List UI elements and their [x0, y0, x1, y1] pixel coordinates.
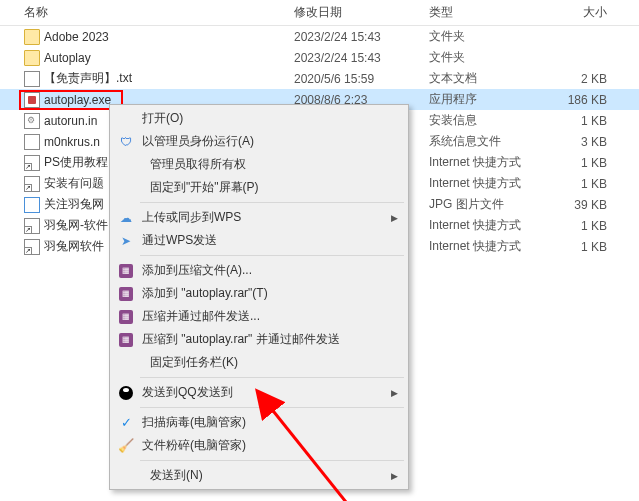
context-menu: 打开(O) 🛡 以管理员身份运行(A) 管理员取得所有权 固定到"开始"屏幕(P… [109, 104, 409, 490]
menu-label: 扫描病毒(电脑管家) [142, 414, 246, 431]
file-size-cell: 186 KB [557, 93, 617, 107]
menu-separator [140, 255, 404, 256]
chevron-right-icon: ▶ [391, 388, 398, 398]
folder-icon [24, 29, 40, 45]
file-type-cell: JPG 图片文件 [429, 196, 557, 213]
menu-send-to[interactable]: 发送到(N) ▶ [112, 464, 406, 487]
menu-send-to-qq[interactable]: 发送到QQ发送到 ▶ [112, 381, 406, 404]
file-type-cell: 文本文档 [429, 70, 557, 87]
menu-label: 固定到"开始"屏幕(P) [150, 179, 259, 196]
shield-check-icon: ✓ [118, 415, 134, 431]
file-size-cell: 39 KB [557, 198, 617, 212]
menu-add-to-archive[interactable]: ▦ 添加到压缩文件(A)... [112, 259, 406, 282]
broom-icon: 🧹 [118, 438, 134, 454]
file-size-cell: 2 KB [557, 72, 617, 86]
menu-add-to-rar[interactable]: ▦ 添加到 "autoplay.rar"(T) [112, 282, 406, 305]
file-type-cell: Internet 快捷方式 [429, 217, 557, 234]
column-name[interactable]: 名称 [24, 4, 294, 21]
menu-label: 添加到 "autoplay.rar"(T) [142, 285, 268, 302]
menu-label: 压缩到 "autoplay.rar" 并通过邮件发送 [142, 331, 340, 348]
column-type[interactable]: 类型 [429, 4, 557, 21]
menu-label: 发送到(N) [150, 467, 203, 484]
cloud-upload-icon: ☁ [118, 210, 134, 226]
file-name-label: 安装有问题 [44, 175, 104, 192]
file-name-cell: Adobe 2023 [24, 29, 294, 45]
file-type-cell: 文件夹 [429, 49, 557, 66]
rar-icon: ▦ [118, 286, 134, 302]
file-date-cell: 2023/2/24 15:43 [294, 30, 429, 44]
menu-pin-taskbar[interactable]: 固定到任务栏(K) [112, 351, 406, 374]
menu-pin-to-start[interactable]: 固定到"开始"屏幕(P) [112, 176, 406, 199]
file-type-cell: Internet 快捷方式 [429, 238, 557, 255]
file-size-cell: 1 KB [557, 156, 617, 170]
link-icon [24, 155, 40, 171]
menu-label: 以管理员身份运行(A) [142, 133, 254, 150]
file-size-cell: 1 KB [557, 177, 617, 191]
file-type-cell: Internet 快捷方式 [429, 154, 557, 171]
menu-scan-virus[interactable]: ✓ 扫描病毒(电脑管家) [112, 411, 406, 434]
txt-icon [24, 71, 40, 87]
file-name-cell: Autoplay [24, 50, 294, 66]
shield-icon: 🛡 [118, 134, 134, 150]
file-type-cell: 安装信息 [429, 112, 557, 129]
file-row[interactable]: Adobe 20232023/2/24 15:43文件夹 [0, 26, 639, 47]
file-name-label: Autoplay [44, 51, 91, 65]
link-icon [24, 239, 40, 255]
file-type-cell: 系统信息文件 [429, 133, 557, 150]
file-name-label: Adobe 2023 [44, 30, 109, 44]
file-size-cell: 3 KB [557, 135, 617, 149]
link-icon [24, 218, 40, 234]
file-type-cell: Internet 快捷方式 [429, 175, 557, 192]
column-date[interactable]: 修改日期 [294, 4, 429, 21]
menu-separator [140, 202, 404, 203]
menu-label: 打开(O) [142, 110, 183, 127]
link-icon [24, 176, 40, 192]
menu-label: 固定到任务栏(K) [150, 354, 238, 371]
menu-compress-email[interactable]: ▦ 压缩并通过邮件发送... [112, 305, 406, 328]
menu-label: 通过WPS发送 [142, 232, 217, 249]
file-name-label: autoplay.exe [44, 93, 111, 107]
file-row[interactable]: Autoplay2023/2/24 15:43文件夹 [0, 47, 639, 68]
file-size-cell: 1 KB [557, 114, 617, 128]
sys-icon [24, 134, 40, 150]
file-date-cell: 2023/2/24 15:43 [294, 51, 429, 65]
menu-label: 文件粉碎(电脑管家) [142, 437, 246, 454]
menu-separator [140, 407, 404, 408]
file-name-label: 羽兔网软件 [44, 238, 104, 255]
menu-label: 管理员取得所有权 [150, 156, 246, 173]
file-size-cell: 1 KB [557, 219, 617, 233]
menu-upload-wps[interactable]: ☁ 上传或同步到WPS ▶ [112, 206, 406, 229]
menu-compress-rar-email[interactable]: ▦ 压缩到 "autoplay.rar" 并通过邮件发送 [112, 328, 406, 351]
menu-admin-ownership[interactable]: 管理员取得所有权 [112, 153, 406, 176]
menu-separator [140, 460, 404, 461]
file-type-cell: 应用程序 [429, 91, 557, 108]
menu-label: 压缩并通过邮件发送... [142, 308, 260, 325]
rar-icon: ▦ [118, 263, 134, 279]
file-name-label: 关注羽兔网 [44, 196, 104, 213]
menu-shred-file[interactable]: 🧹 文件粉碎(电脑管家) [112, 434, 406, 457]
column-size[interactable]: 大小 [557, 4, 617, 21]
file-name-label: autorun.in [44, 114, 97, 128]
column-header-row: 名称 修改日期 类型 大小 [0, 0, 639, 26]
folder-icon [24, 50, 40, 66]
menu-send-via-wps[interactable]: ➤ 通过WPS发送 [112, 229, 406, 252]
rar-icon: ▦ [118, 309, 134, 325]
exe-icon [24, 92, 40, 108]
file-name-cell: 【免责声明】.txt [24, 70, 294, 87]
file-size-cell: 1 KB [557, 240, 617, 254]
file-name-label: 【免责声明】.txt [44, 70, 132, 87]
ini-icon [24, 113, 40, 129]
send-icon: ➤ [118, 233, 134, 249]
file-date-cell: 2020/5/6 15:59 [294, 72, 429, 86]
file-row[interactable]: 【免责声明】.txt2020/5/6 15:59文本文档2 KB [0, 68, 639, 89]
menu-open[interactable]: 打开(O) [112, 107, 406, 130]
rar-icon: ▦ [118, 332, 134, 348]
menu-label: 上传或同步到WPS [142, 209, 241, 226]
qq-icon [118, 385, 134, 401]
chevron-right-icon: ▶ [391, 213, 398, 223]
menu-run-as-admin[interactable]: 🛡 以管理员身份运行(A) [112, 130, 406, 153]
menu-separator [140, 377, 404, 378]
file-name-label: PS使用教程 [44, 154, 108, 171]
file-name-label: 羽兔网-软件 [44, 217, 108, 234]
file-name-label: m0nkrus.n [44, 135, 100, 149]
